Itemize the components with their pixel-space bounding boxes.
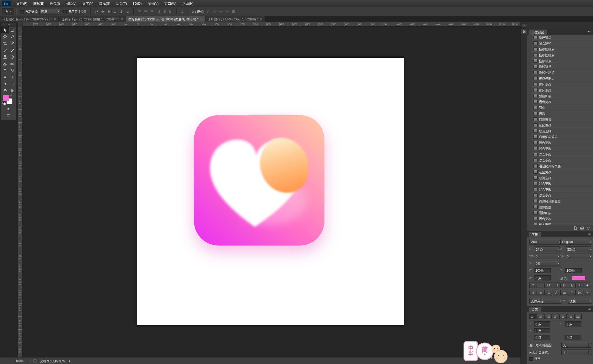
history-row[interactable]: 选区更改 [527,87,593,93]
all-caps-button[interactable]: TT [545,283,552,288]
status-menu-button[interactable]: ▶ [69,360,71,362]
rectangular-marquee-tool[interactable] [9,27,16,33]
history-row[interactable]: 拖移锚点 [527,64,593,70]
menu-item[interactable]: 图像(I) [47,0,63,7]
delete-state-icon[interactable] [587,226,590,230]
scale-3d-icon[interactable] [230,9,236,15]
menu-item[interactable]: 视图(V) [144,0,161,7]
history-brush-source-well[interactable] [527,87,532,93]
baseline-shift-field[interactable]: 0 点 [534,275,551,280]
tab-paragraph[interactable]: 段落 [528,307,541,312]
menu-item[interactable]: 滤镜(T) [113,0,130,7]
history-row[interactable]: 混合更改 [527,181,593,187]
history-row[interactable]: 启用图层效果 [527,134,593,140]
history-brush-source-well[interactable] [527,134,532,140]
gradient-tool[interactable] [9,60,16,67]
panel-menu-icon[interactable]: ▾≡ [588,30,591,33]
adjustments-panel-icon[interactable] [521,28,527,35]
zoom-tool[interactable] [9,87,16,94]
history-brush-source-well[interactable] [527,93,532,99]
spot-healing-brush-tool[interactable] [1,47,9,54]
swap-colors-icon[interactable]: ⇄ [10,94,12,97]
text-color-swatch[interactable] [572,276,586,280]
swash-button[interactable]: A [553,290,560,295]
document-canvas[interactable] [137,58,404,325]
history-brush-source-well[interactable] [527,210,532,216]
history-row[interactable]: 闭合路径 [527,41,593,47]
document-tab[interactable]: 任利芳 1.jpg @ 73.2% (图层 1, RGB/8#) * × [59,16,126,22]
tab-close-icon[interactable]: × [121,17,123,21]
history-row[interactable]: 取消选择 [527,116,593,122]
default-colors-icon[interactable] [2,102,6,105]
superscript-button[interactable]: T¹ [560,283,568,288]
history-brush-source-well[interactable] [527,222,532,225]
history-row[interactable]: 羽化 [527,105,593,111]
align-horizontal-centers-icon[interactable] [118,9,125,15]
pen-tool[interactable] [1,74,9,80]
discretionary-ligatures-button[interactable]: st [545,290,552,295]
history-row[interactable]: 混合更改 [527,146,593,152]
history-row[interactable]: 描边 [527,111,593,117]
document-tab[interactable]: 图标临摹20171228.psd @ 100% (图层 3, RGB/8) * … [126,16,205,22]
path-selection-tool[interactable] [1,80,9,87]
drag-3d-icon[interactable] [218,9,224,15]
slide-3d-icon[interactable] [224,9,230,15]
font-family-dropdown[interactable]: Arial▾ [529,239,561,245]
anti-alias-dropdown[interactable]: 锐利▾ [568,298,592,304]
ordinals-button[interactable]: 1st [576,290,583,295]
history-brush-source-well[interactable] [527,181,532,187]
history-brush-source-well[interactable] [527,146,532,151]
tab-close-icon[interactable]: × [54,17,56,21]
align-vertical-centers-icon[interactable] [100,9,106,15]
mojikumi-dropdown[interactable]: 无▾ [561,349,591,355]
justify-last-left-button[interactable] [552,314,559,319]
history-row[interactable]: 拖移锚点 [527,58,593,64]
history-brush-source-well[interactable] [527,140,532,146]
panel-menu-icon[interactable]: ▾≡ [588,233,591,235]
rectangle-shape-tool[interactable] [9,80,16,87]
vertical-scale-field[interactable]: 100% [534,268,551,273]
underline-button[interactable]: T [576,283,583,288]
history-brush-source-well[interactable] [527,105,532,110]
history-brush-source-well[interactable] [527,41,532,46]
justify-last-right-button[interactable] [567,314,574,319]
roll-3d-icon[interactable] [212,9,218,15]
space-after-field[interactable]: 0 点 [565,335,581,340]
faux-bold-button[interactable]: T [529,283,537,288]
small-caps-button[interactable]: Tt [553,283,560,288]
distribute-right-edges-icon[interactable] [168,9,174,15]
history-row[interactable]: 拖移控制点 [527,76,593,81]
align-right-button[interactable] [544,314,552,319]
history-row[interactable]: 混合更改 [527,152,593,158]
document-tab[interactable]: 未标题-2 @ 100% (Step 1, RGB/8) * × [205,16,265,22]
type-tool[interactable]: T [9,74,16,80]
history-brush-source-well[interactable] [527,81,532,87]
menu-item[interactable]: 选择(S) [96,0,113,7]
history-row[interactable]: 选区更改 [527,81,593,87]
canvas-area[interactable] [22,26,520,357]
history-brush-source-well[interactable] [527,204,532,210]
blur-tool[interactable] [1,67,9,74]
justify-last-center-button[interactable] [559,314,567,319]
eraser-tool[interactable] [1,60,9,67]
history-row[interactable]: 混合更改 [527,192,593,198]
hyphenate-checkbox[interactable] [529,357,533,361]
contextual-alternates-button[interactable]: ɑ [537,290,545,295]
quick-mask-button[interactable] [1,106,16,112]
space-before-field[interactable]: 0 点 [534,335,550,340]
history-brush-source-well[interactable] [527,70,532,76]
kerning-dropdown[interactable]: 0▾ [534,254,560,259]
history-brush-source-well[interactable] [527,46,532,52]
align-left-button[interactable] [529,314,537,319]
menu-item[interactable]: 文件(F) [13,0,30,7]
history-brush-source-well[interactable] [527,216,532,221]
zoom-level-field[interactable]: 100% [16,359,27,363]
history-brush-source-well[interactable] [527,192,532,198]
distribute-top-edges-icon[interactable] [136,9,143,15]
history-row[interactable]: 删除图层 [527,210,593,216]
tools-panel-collapse-icon[interactable]: ◂◂ [1,23,16,27]
faux-italic-button[interactable]: T [537,283,545,288]
history-row[interactable]: 新建图层 [527,93,593,99]
eyedropper-tool[interactable] [9,40,16,47]
menu-item[interactable]: 编辑(E) [30,0,47,7]
